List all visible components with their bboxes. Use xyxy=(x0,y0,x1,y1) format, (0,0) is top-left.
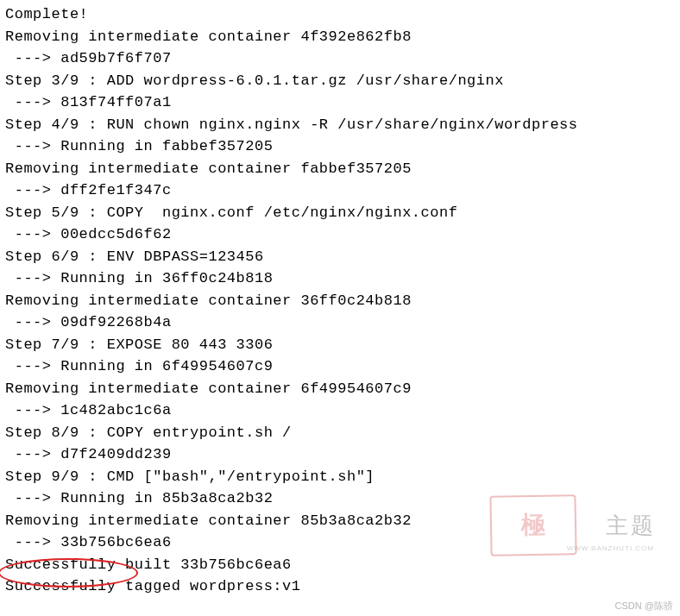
terminal-line: ---> 813f74ff07a1 xyxy=(5,91,675,114)
terminal-line: Step 7/9 : EXPOSE 80 443 3306 xyxy=(5,334,675,356)
terminal-line: Step 8/9 : COPY entrypoint.sh / xyxy=(5,422,675,444)
csdn-watermark: CSDN @陈骄 xyxy=(615,599,673,613)
terminal-line: ---> ad59b7f6f707 xyxy=(5,47,675,70)
terminal-line: Step 3/9 : ADD wordpress-6.0.1.tar.gz /u… xyxy=(5,70,675,92)
terminal-line: Successfully tagged wordpress:v1 xyxy=(5,575,675,598)
terminal-line: Step 4/9 : RUN chown nginx.nginx -R /usr… xyxy=(5,114,675,136)
terminal-line: Removing intermediate container 36ff0c24… xyxy=(5,290,675,312)
terminal-line: ---> dff2fe1f347c xyxy=(5,179,675,202)
terminal-line: Step 5/9 : COPY nginx.conf /etc/nginx/ng… xyxy=(5,202,675,224)
terminal-line: Complete! xyxy=(5,3,675,26)
terminal-line: Removing intermediate container 85b3a8ca… xyxy=(5,510,675,532)
terminal-output: Complete!Removing intermediate container… xyxy=(5,3,675,598)
terminal-line: Removing intermediate container fabbef35… xyxy=(5,158,675,180)
terminal-line: Removing intermediate container 4f392e86… xyxy=(5,26,675,48)
terminal-line: Step 9/9 : CMD ["bash","/entrypoint.sh"] xyxy=(5,466,675,488)
terminal-line: ---> 00edcc5d6f62 xyxy=(5,223,675,246)
terminal-line: ---> Running in fabbef357205 xyxy=(5,135,675,158)
terminal-line: ---> 1c482abc1c6a xyxy=(5,399,675,422)
terminal-line: ---> Running in 6f49954607c9 xyxy=(5,355,675,378)
terminal-line: ---> Running in 36ff0c24b818 xyxy=(5,267,675,290)
terminal-line: Successfully built 33b756bc6ea6 xyxy=(5,554,675,576)
terminal-line: ---> 09df92268b4a xyxy=(5,311,675,334)
terminal-line: ---> Running in 85b3a8ca2b32 xyxy=(5,487,675,510)
terminal-line: Removing intermediate container 6f499546… xyxy=(5,378,675,400)
terminal-line: Step 6/9 : ENV DBPASS=123456 xyxy=(5,246,675,268)
terminal-line: ---> 33b756bc6ea6 xyxy=(5,531,675,554)
terminal-line: ---> d7f2409dd239 xyxy=(5,443,675,466)
